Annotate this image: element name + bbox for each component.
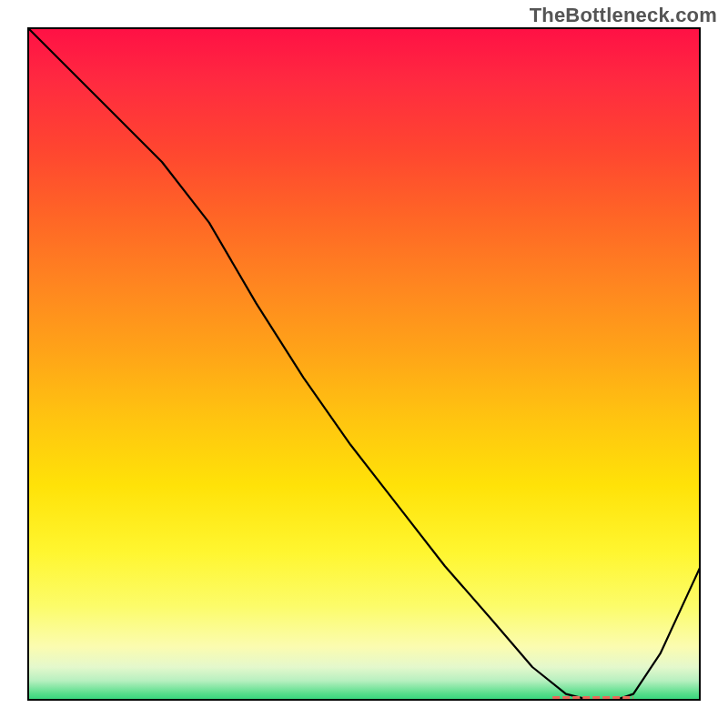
watermark-text: TheBottleneck.com bbox=[530, 4, 717, 27]
chart-overlay-svg bbox=[27, 27, 701, 701]
plot-area bbox=[27, 27, 701, 701]
chart-container: TheBottleneck.com bbox=[0, 0, 728, 728]
bottleneck-curve-line bbox=[27, 27, 701, 701]
